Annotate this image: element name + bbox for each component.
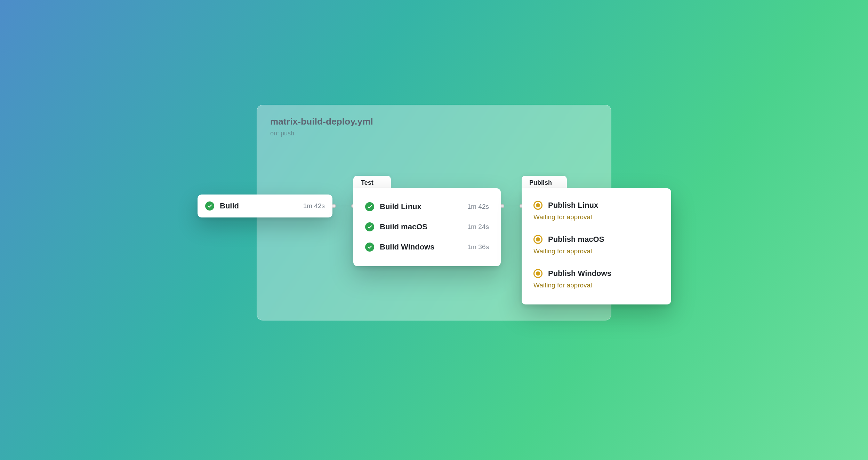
stage-body-test: Build Linux 1m 42s Build macOS 1m 24s Bu… bbox=[353, 188, 501, 266]
job-duration: 1m 24s bbox=[467, 223, 489, 231]
job-label: Publish Linux bbox=[548, 201, 598, 210]
stage-tab-publish[interactable]: Publish bbox=[522, 176, 567, 190]
job-status-note: Waiting for approval bbox=[533, 281, 659, 289]
pending-circle-icon bbox=[533, 201, 542, 210]
pending-circle-icon bbox=[533, 235, 542, 244]
check-circle-icon bbox=[365, 222, 374, 231]
stage-tab-test[interactable]: Test bbox=[353, 176, 391, 190]
job-row[interactable]: Publish Linux Waiting for approval bbox=[532, 198, 661, 226]
job-row[interactable]: Build Windows 1m 36s bbox=[364, 238, 490, 256]
job-label: Build bbox=[220, 201, 298, 211]
stage-body-publish: Publish Linux Waiting for approval Publi… bbox=[522, 188, 671, 304]
job-row[interactable]: Build Linux 1m 42s bbox=[364, 198, 490, 215]
job-status-note: Waiting for approval bbox=[533, 213, 659, 221]
stage-tab-label: Test bbox=[361, 179, 373, 187]
job-label: Publish macOS bbox=[548, 235, 604, 244]
job-row[interactable]: Publish macOS Waiting for approval bbox=[532, 232, 661, 260]
job-label: Build Windows bbox=[380, 243, 462, 252]
job-label: Publish Windows bbox=[548, 269, 611, 278]
job-duration: 1m 42s bbox=[303, 202, 325, 210]
stage-group-publish: Publish Publish Linux Waiting for approv… bbox=[522, 188, 671, 304]
job-duration: 1m 42s bbox=[467, 203, 489, 211]
job-label: Build macOS bbox=[380, 222, 462, 231]
job-card-build[interactable]: Build 1m 42s bbox=[198, 195, 332, 217]
check-circle-icon bbox=[365, 202, 374, 211]
job-status-note: Waiting for approval bbox=[533, 247, 659, 255]
workflow-file-name: matrix-build-deploy.yml bbox=[270, 116, 598, 127]
stage-group-test: Test Build Linux 1m 42s Build macOS 1m 2… bbox=[353, 188, 501, 266]
pending-circle-icon bbox=[533, 269, 542, 278]
stage-tab-label: Publish bbox=[529, 179, 552, 187]
check-circle-icon bbox=[365, 243, 374, 252]
workflow-canvas: matrix-build-deploy.yml on: push Build 1… bbox=[170, 105, 698, 355]
job-label: Build Linux bbox=[380, 202, 462, 211]
job-row[interactable]: Build macOS 1m 24s bbox=[364, 218, 490, 236]
job-row[interactable]: Publish Windows Waiting for approval bbox=[532, 266, 661, 294]
check-circle-icon bbox=[205, 201, 214, 211]
job-duration: 1m 36s bbox=[467, 243, 489, 251]
workflow-trigger: on: push bbox=[270, 130, 598, 137]
